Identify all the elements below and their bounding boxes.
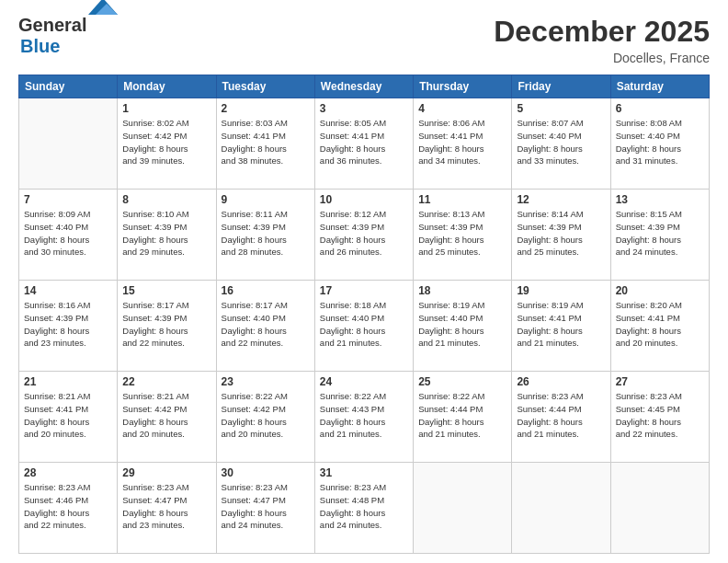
- day-number: 14: [24, 284, 112, 297]
- calendar-cell: 27Sunrise: 8:23 AMSunset: 4:45 PMDayligh…: [610, 372, 709, 463]
- day-info: Sunrise: 8:20 AMSunset: 4:41 PMDaylight:…: [616, 299, 704, 350]
- day-number: 10: [320, 193, 408, 206]
- header: General Blue December 2025 Docelles, Fra…: [18, 15, 710, 65]
- day-info: Sunrise: 8:15 AMSunset: 4:39 PMDaylight:…: [616, 208, 704, 259]
- calendar-table: SundayMondayTuesdayWednesdayThursdayFrid…: [18, 75, 710, 554]
- day-info: Sunrise: 8:17 AMSunset: 4:40 PMDaylight:…: [222, 299, 310, 350]
- day-number: 1: [122, 102, 210, 115]
- day-number: 25: [418, 375, 506, 388]
- month-title: December 2025: [494, 15, 710, 49]
- day-info: Sunrise: 8:21 AMSunset: 4:41 PMDaylight:…: [24, 390, 112, 441]
- col-header-saturday: Saturday: [610, 75, 709, 98]
- day-number: 15: [122, 284, 210, 297]
- col-header-tuesday: Tuesday: [216, 75, 314, 98]
- day-number: 11: [418, 193, 506, 206]
- calendar-cell: [512, 463, 610, 554]
- day-info: Sunrise: 8:12 AMSunset: 4:39 PMDaylight:…: [320, 208, 408, 259]
- calendar-cell: 4Sunrise: 8:06 AMSunset: 4:41 PMDaylight…: [414, 98, 512, 190]
- day-info: Sunrise: 8:14 AMSunset: 4:39 PMDaylight:…: [517, 208, 605, 259]
- day-number: 29: [122, 466, 210, 479]
- calendar-cell: 1Sunrise: 8:02 AMSunset: 4:42 PMDaylight…: [118, 98, 216, 190]
- day-number: 17: [320, 284, 408, 297]
- day-info: Sunrise: 8:23 AMSunset: 4:44 PMDaylight:…: [517, 390, 605, 441]
- day-number: 3: [320, 102, 408, 115]
- day-number: 9: [222, 193, 310, 206]
- calendar-week-0: 1Sunrise: 8:02 AMSunset: 4:42 PMDaylight…: [19, 98, 710, 190]
- day-number: 22: [122, 375, 210, 388]
- calendar-cell: 16Sunrise: 8:17 AMSunset: 4:40 PMDayligh…: [216, 281, 314, 372]
- day-info: Sunrise: 8:23 AMSunset: 4:48 PMDaylight:…: [320, 481, 408, 532]
- day-info: Sunrise: 8:22 AMSunset: 4:42 PMDaylight:…: [222, 390, 310, 441]
- day-number: 26: [517, 375, 605, 388]
- day-number: 27: [616, 375, 704, 388]
- calendar-cell: 14Sunrise: 8:16 AMSunset: 4:39 PMDayligh…: [19, 281, 118, 372]
- day-number: 6: [616, 102, 704, 115]
- day-info: Sunrise: 8:23 AMSunset: 4:45 PMDaylight:…: [616, 390, 704, 441]
- col-header-monday: Monday: [118, 75, 216, 98]
- day-number: 21: [24, 375, 112, 388]
- title-block: December 2025 Docelles, France: [494, 15, 710, 65]
- calendar-cell: 18Sunrise: 8:19 AMSunset: 4:40 PMDayligh…: [414, 281, 512, 372]
- calendar-cell: 9Sunrise: 8:11 AMSunset: 4:39 PMDaylight…: [216, 190, 314, 281]
- day-number: 7: [24, 193, 112, 206]
- calendar-cell: 8Sunrise: 8:10 AMSunset: 4:39 PMDaylight…: [118, 190, 216, 281]
- calendar-cell: 23Sunrise: 8:22 AMSunset: 4:42 PMDayligh…: [216, 372, 314, 463]
- calendar-cell: 26Sunrise: 8:23 AMSunset: 4:44 PMDayligh…: [512, 372, 610, 463]
- col-header-sunday: Sunday: [19, 75, 118, 98]
- day-number: 13: [616, 193, 704, 206]
- location: Docelles, France: [494, 51, 710, 65]
- day-number: 30: [222, 466, 310, 479]
- calendar-cell: 25Sunrise: 8:22 AMSunset: 4:44 PMDayligh…: [414, 372, 512, 463]
- calendar-cell: 21Sunrise: 8:21 AMSunset: 4:41 PMDayligh…: [19, 372, 118, 463]
- day-number: 28: [24, 466, 112, 479]
- day-info: Sunrise: 8:18 AMSunset: 4:40 PMDaylight:…: [320, 299, 408, 350]
- day-number: 5: [517, 102, 605, 115]
- day-info: Sunrise: 8:21 AMSunset: 4:42 PMDaylight:…: [122, 390, 210, 441]
- day-number: 16: [222, 284, 310, 297]
- calendar-week-2: 14Sunrise: 8:16 AMSunset: 4:39 PMDayligh…: [19, 281, 710, 372]
- day-info: Sunrise: 8:23 AMSunset: 4:47 PMDaylight:…: [122, 481, 210, 532]
- col-header-thursday: Thursday: [414, 75, 512, 98]
- day-info: Sunrise: 8:03 AMSunset: 4:41 PMDaylight:…: [222, 117, 310, 167]
- calendar-week-3: 21Sunrise: 8:21 AMSunset: 4:41 PMDayligh…: [19, 372, 710, 463]
- day-info: Sunrise: 8:06 AMSunset: 4:41 PMDaylight:…: [418, 117, 506, 167]
- day-number: 12: [517, 193, 605, 206]
- calendar-cell: 3Sunrise: 8:05 AMSunset: 4:41 PMDaylight…: [314, 98, 413, 190]
- day-info: Sunrise: 8:11 AMSunset: 4:39 PMDaylight:…: [222, 208, 310, 259]
- calendar-cell: 10Sunrise: 8:12 AMSunset: 4:39 PMDayligh…: [314, 190, 413, 281]
- calendar-cell: 17Sunrise: 8:18 AMSunset: 4:40 PMDayligh…: [314, 281, 413, 372]
- day-info: Sunrise: 8:07 AMSunset: 4:40 PMDaylight:…: [517, 117, 605, 167]
- logo-icon: [88, 0, 118, 15]
- day-number: 8: [122, 193, 210, 206]
- calendar-cell: 11Sunrise: 8:13 AMSunset: 4:39 PMDayligh…: [414, 190, 512, 281]
- calendar-cell: 20Sunrise: 8:20 AMSunset: 4:41 PMDayligh…: [610, 281, 709, 372]
- calendar-cell: [610, 463, 709, 554]
- day-info: Sunrise: 8:02 AMSunset: 4:42 PMDaylight:…: [122, 117, 210, 167]
- day-info: Sunrise: 8:16 AMSunset: 4:39 PMDaylight:…: [24, 299, 112, 350]
- calendar-cell: 7Sunrise: 8:09 AMSunset: 4:40 PMDaylight…: [19, 190, 118, 281]
- day-info: Sunrise: 8:13 AMSunset: 4:39 PMDaylight:…: [418, 208, 506, 259]
- calendar-cell: 29Sunrise: 8:23 AMSunset: 4:47 PMDayligh…: [118, 463, 216, 554]
- day-info: Sunrise: 8:05 AMSunset: 4:41 PMDaylight:…: [320, 117, 408, 167]
- logo: General Blue: [18, 15, 86, 57]
- day-number: 2: [222, 102, 310, 115]
- calendar-cell: 22Sunrise: 8:21 AMSunset: 4:42 PMDayligh…: [118, 372, 216, 463]
- calendar-cell: 12Sunrise: 8:14 AMSunset: 4:39 PMDayligh…: [512, 190, 610, 281]
- col-header-friday: Friday: [512, 75, 610, 98]
- calendar-cell: 19Sunrise: 8:19 AMSunset: 4:41 PMDayligh…: [512, 281, 610, 372]
- calendar-cell: [414, 463, 512, 554]
- day-info: Sunrise: 8:17 AMSunset: 4:39 PMDaylight:…: [122, 299, 210, 350]
- day-info: Sunrise: 8:08 AMSunset: 4:40 PMDaylight:…: [616, 117, 704, 167]
- day-info: Sunrise: 8:23 AMSunset: 4:46 PMDaylight:…: [24, 481, 112, 532]
- calendar-cell: 15Sunrise: 8:17 AMSunset: 4:39 PMDayligh…: [118, 281, 216, 372]
- day-info: Sunrise: 8:22 AMSunset: 4:43 PMDaylight:…: [320, 390, 408, 441]
- day-info: Sunrise: 8:09 AMSunset: 4:40 PMDaylight:…: [24, 208, 112, 259]
- day-number: 4: [418, 102, 506, 115]
- calendar-cell: 28Sunrise: 8:23 AMSunset: 4:46 PMDayligh…: [19, 463, 118, 554]
- calendar-cell: 30Sunrise: 8:23 AMSunset: 4:47 PMDayligh…: [216, 463, 314, 554]
- calendar-header-row: SundayMondayTuesdayWednesdayThursdayFrid…: [19, 75, 710, 98]
- logo-blue: Blue: [18, 36, 60, 56]
- day-info: Sunrise: 8:22 AMSunset: 4:44 PMDaylight:…: [418, 390, 506, 441]
- calendar-cell: 6Sunrise: 8:08 AMSunset: 4:40 PMDaylight…: [610, 98, 709, 190]
- day-number: 24: [320, 375, 408, 388]
